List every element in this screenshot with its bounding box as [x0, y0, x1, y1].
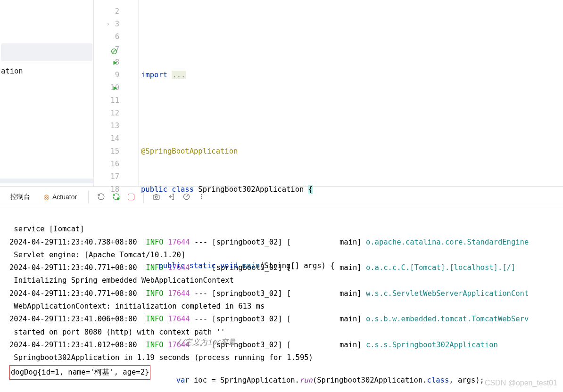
separator [88, 191, 89, 203]
brace: { [308, 185, 313, 194]
kw: var [176, 376, 194, 384]
log-ts: 2024-04-29T11:23:40.771+08:00 [9, 289, 137, 298]
run-icon[interactable]: ▶ [114, 56, 117, 69]
line-num: 16 [110, 160, 119, 168]
sidebar-item[interactable]: ation [0, 61, 93, 77]
highlighted-output: dogDog{id=1, name='柯基', age=2} [9, 365, 150, 380]
stop-button[interactable] [126, 192, 136, 202]
code-editor[interactable]: ation 2 ›3 6 7 ▶8 9 ▶10 11 12 13 14 15 1… [0, 0, 563, 186]
no-entry-icon[interactable] [111, 46, 117, 53]
line-num: 17 [110, 172, 119, 181]
tab-label: Actuator [52, 193, 77, 201]
annotation: @SpringBootApplication [141, 147, 238, 155]
line-num: 15 [110, 147, 119, 155]
tab-console[interactable]: 控制台 [7, 190, 34, 204]
code-area[interactable]: import ... @SpringBootApplication public… [139, 0, 563, 186]
svg-line-1 [113, 50, 116, 53]
kw: class [427, 376, 449, 384]
line-num: 12 [110, 109, 119, 117]
log-ts: 2024-04-29T11:23:40.738+08:00 [9, 238, 137, 246]
log-ts: 2024-04-29T11:23:41.006+08:00 [9, 315, 137, 323]
run-icon[interactable]: ▶ [114, 82, 117, 94]
tab-actuator[interactable]: ◎Actuator [40, 190, 81, 204]
fn-name: main [242, 261, 260, 270]
kw-import: import [141, 71, 172, 79]
sidebar-selected-item[interactable] [1, 43, 92, 61]
log-ts: 2024-04-29T11:23:41.012+08:00 [9, 341, 137, 349]
line-num: 18 [110, 185, 119, 194]
fold-icon[interactable]: › [107, 18, 110, 31]
kw: public [141, 185, 172, 194]
comment: //定义为ioc变量 [176, 338, 236, 346]
sidebar-footer-strip [0, 179, 94, 183]
line-num: 13 [110, 122, 119, 130]
class-name: Springboot302Application [198, 185, 308, 194]
line-num: 14 [110, 134, 119, 143]
actuator-icon: ◎ [43, 193, 50, 201]
watermark: CSDN @open_test01 [485, 379, 557, 387]
svg-point-2 [117, 198, 119, 200]
line-num: 3 [115, 20, 119, 28]
kw: public static void [158, 261, 242, 270]
line-num: 2 [115, 7, 119, 16]
params: (String[] args) { [260, 261, 335, 270]
kw: class [172, 185, 198, 194]
static-call: run [299, 376, 313, 384]
line-num: 6 [115, 33, 119, 41]
folded-text[interactable]: ... [172, 71, 186, 79]
log-line: service [Iomcat] [9, 225, 84, 233]
line-number-gutter[interactable]: 2 ›3 6 7 ▶8 9 ▶10 11 12 13 14 15 16 17 1… [94, 0, 139, 186]
project-sidebar[interactable]: ation [0, 0, 94, 186]
log-ts: 2024-04-29T11:23:40.771+08:00 [9, 263, 137, 272]
line-num: 9 [115, 71, 119, 79]
line-num: 11 [110, 96, 119, 105]
tab-label: 控制台 [10, 193, 30, 201]
